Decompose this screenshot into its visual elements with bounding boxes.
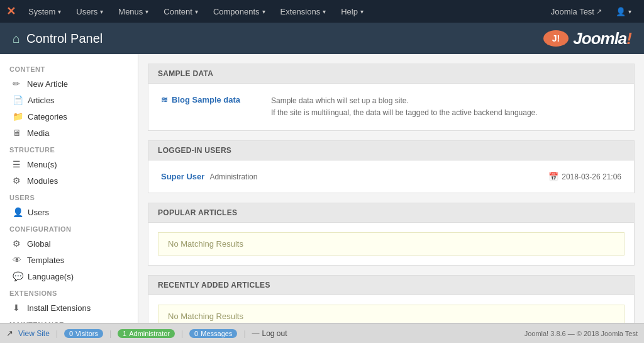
nav-users[interactable]: Users ▾ (70, 0, 109, 23)
visitors-badge: 0 Visitors (64, 329, 103, 338)
title-area: ⌂ Control Panel (13, 31, 103, 46)
main-layout: CONTENT ✏ New Article 📄 Articles 📁 Categ… (0, 54, 644, 323)
logout-link[interactable]: — Log out (252, 329, 287, 338)
sidebar-item-media[interactable]: 🖥 Media (0, 125, 138, 141)
recently-no-results: No Matching Results (158, 305, 625, 323)
logout-icon: — (252, 329, 260, 338)
calendar-icon: 📅 (548, 172, 558, 181)
home-icon: ⌂ (13, 31, 20, 46)
logged-in-user-info: Super User Administration (161, 172, 257, 181)
sidebar-item-global[interactable]: ⚙ Global (0, 235, 138, 252)
sidebar-item-menus[interactable]: ☰ Menu(s) (0, 156, 138, 172)
sidebar-item-users[interactable]: 👤 Users (0, 204, 138, 220)
messages-badge: 0 Messages (189, 329, 237, 338)
wifi-icon: ≋ (161, 95, 168, 104)
logged-in-users-header: LOGGED-IN USERS (148, 141, 634, 160)
media-icon: 🖥 (13, 128, 23, 138)
bottom-bar-left: ↗ View Site | 0 Visitors | 1 Administrat… (6, 329, 287, 338)
super-user-name: Super User (161, 172, 204, 181)
popular-articles-body: No Matching Results (148, 223, 634, 265)
users-icon: 👤 (13, 207, 23, 217)
install-icon: ⬇ (13, 303, 23, 313)
chevron-down-icon: ▾ (628, 8, 631, 15)
sidebar: CONTENT ✏ New Article 📄 Articles 📁 Categ… (0, 54, 138, 323)
nav-system[interactable]: System ▾ (22, 0, 67, 23)
chevron-down-icon: ▾ (323, 8, 326, 15)
sidebar-section-structure: STRUCTURE (0, 141, 138, 156)
popular-articles-panel: POPULAR ARTICLES No Matching Results (148, 203, 635, 266)
sidebar-item-languages[interactable]: 💬 Language(s) (0, 268, 138, 284)
logged-in-users-body: Super User Administration 📅 2018-03-26 2… (148, 160, 634, 193)
chevron-down-icon: ▾ (100, 8, 103, 15)
chevron-down-icon: ▾ (195, 8, 198, 15)
chevron-down-icon: ▾ (145, 8, 148, 15)
content-area: SAMPLE DATA ≋ Blog Sample data Sample da… (138, 54, 644, 323)
user-role: Administration (209, 172, 257, 181)
sidebar-item-install-extensions[interactable]: ⬇ Install Extensions (0, 300, 138, 316)
joomla-brand-icon: ✕ (6, 4, 16, 18)
popular-articles-header: POPULAR ARTICLES (148, 203, 634, 223)
sample-data-body: ≋ Blog Sample data Sample data which wil… (148, 84, 634, 130)
sidebar-section-extensions: EXTENSIONS (0, 284, 138, 300)
sidebar-item-modules[interactable]: ⚙ Modules (0, 172, 138, 189)
nav-content[interactable]: Content ▾ (157, 0, 204, 23)
login-time: 📅 2018-03-26 21:06 (548, 172, 621, 181)
language-icon: 💬 (13, 271, 23, 281)
nav-help[interactable]: Help ▾ (335, 0, 370, 23)
user-account-link[interactable]: Joomla Test ↗ (545, 0, 608, 23)
recently-added-body: No Matching Results (148, 295, 634, 323)
recently-added-header: RECENTLY ADDED ARTICLES (148, 276, 634, 295)
global-icon: ⚙ (13, 239, 23, 249)
header-bar: ⌂ Control Panel J! Joomla! (0, 23, 644, 54)
sidebar-item-new-article[interactable]: ✏ New Article (0, 76, 138, 92)
view-site-link[interactable]: View Site (18, 329, 50, 338)
folder-icon: 📁 (13, 111, 23, 121)
sample-data-header: SAMPLE DATA (148, 64, 634, 84)
sidebar-section-configuration: CONFIGURATION (0, 220, 138, 235)
sidebar-section-maintenance: MAINTENANCE (0, 316, 138, 323)
templates-icon: 👁 (13, 255, 23, 265)
menu-icon: ☰ (13, 159, 23, 169)
sidebar-item-templates[interactable]: 👁 Templates (0, 252, 138, 268)
admin-badge: 1 Administrator (118, 329, 175, 338)
chevron-down-icon: ▾ (58, 8, 61, 15)
blog-sample-label[interactable]: ≋ Blog Sample data (161, 95, 262, 104)
sidebar-item-articles[interactable]: 📄 Articles (0, 92, 138, 108)
chevron-down-icon: ▾ (262, 8, 265, 15)
sidebar-item-categories[interactable]: 📁 Categories (0, 108, 138, 125)
nav-extensions[interactable]: Extensions ▾ (274, 0, 333, 23)
version-info: Joomla! 3.8.6 — © 2018 Joomla Test (525, 330, 638, 337)
popular-no-results: No Matching Results (158, 232, 625, 256)
pencil-icon: ✏ (13, 79, 23, 89)
user-icon: 👤 (616, 7, 626, 16)
modules-icon: ⚙ (13, 176, 23, 186)
joomla-logo: J! Joomla! (543, 29, 631, 48)
top-navigation: ✕ System ▾ Users ▾ Menus ▾ Content ▾ Com… (0, 0, 644, 23)
sample-data-row: ≋ Blog Sample data Sample data which wil… (158, 90, 625, 124)
article-icon: 📄 (13, 95, 23, 105)
svg-text:J!: J! (552, 33, 560, 43)
nav-menus[interactable]: Menus ▾ (112, 0, 155, 23)
nav-components[interactable]: Components ▾ (207, 0, 272, 23)
sidebar-section-users: USERS (0, 189, 138, 204)
view-site-icon: ↗ (6, 329, 13, 338)
user-menu[interactable]: 👤 ▾ (609, 0, 638, 23)
sidebar-section-content: CONTENT (0, 60, 138, 76)
chevron-down-icon: ▾ (360, 8, 364, 15)
page-title: Control Panel (26, 31, 103, 46)
logo-text: Joomla! (573, 29, 631, 48)
blog-sample-desc: Sample data which will set up a blog sit… (271, 95, 538, 119)
logged-in-users-panel: LOGGED-IN USERS Super User Administratio… (148, 140, 635, 193)
external-link-icon: ↗ (596, 8, 602, 16)
bottom-bar: ↗ View Site | 0 Visitors | 1 Administrat… (0, 323, 644, 343)
sample-data-panel: SAMPLE DATA ≋ Blog Sample data Sample da… (148, 64, 635, 131)
recently-added-panel: RECENTLY ADDED ARTICLES No Matching Resu… (148, 275, 635, 323)
joomla-logo-icon: J! (543, 30, 569, 47)
logged-in-user-row: Super User Administration 📅 2018-03-26 2… (158, 167, 625, 186)
